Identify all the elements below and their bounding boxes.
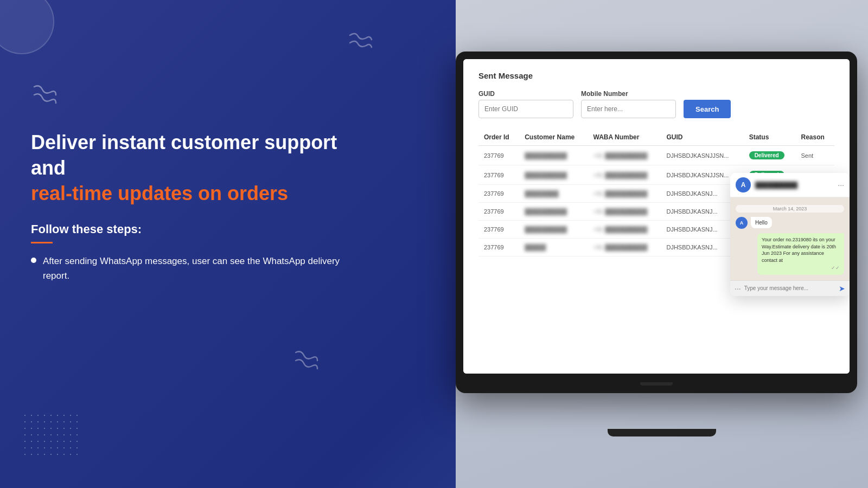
bullet-text: After sending WhatsApp messages, user ca… xyxy=(43,254,356,283)
cell-guid: DJHSBDJKASNJJSN... xyxy=(661,146,743,165)
chat-name: ██████████ xyxy=(755,182,797,188)
col-status: Status xyxy=(744,129,796,146)
underline-decoration xyxy=(31,242,53,243)
table-row: 237769 ██████████ +91 ██████████ DJHSBDJ… xyxy=(478,146,834,165)
cell-waba: +91 ██████████ xyxy=(588,185,661,203)
cell-waba: +91 ██████████ xyxy=(588,146,661,165)
cell-customer: ████████ xyxy=(519,185,588,203)
cell-waba: +91 ██████████ xyxy=(588,203,661,221)
chat-bubble-avatar: A xyxy=(736,217,748,229)
mobile-label: Mobile Number xyxy=(581,90,676,98)
guid-input[interactable] xyxy=(478,100,573,118)
cell-customer: ██████████ xyxy=(519,221,588,239)
cell-order-id: 237769 xyxy=(478,239,519,256)
cell-reason: Sent xyxy=(796,146,834,165)
laptop-screen: Sent Message GUID Mobile Number Search xyxy=(463,59,850,374)
table-header-row: Order Id Customer Name WABA Number GUID … xyxy=(478,129,834,146)
cell-order-id: 237769 xyxy=(478,203,519,221)
laptop-mockup: Sent Message GUID Mobile Number Search xyxy=(456,52,868,436)
cell-waba: +91 ██████████ xyxy=(588,221,661,239)
cell-order-id: 237769 xyxy=(478,221,519,239)
cell-customer: ██████████ xyxy=(519,165,588,185)
list-item: After sending WhatsApp messages, user ca… xyxy=(31,254,356,283)
panel-title: Sent Message xyxy=(478,71,834,80)
bullet-list: After sending WhatsApp messages, user ca… xyxy=(31,254,356,283)
guid-label: GUID xyxy=(478,90,573,98)
chat-popup: A ██████████ ··· March 14, 2023 A Hello … xyxy=(730,173,850,296)
col-guid: GUID xyxy=(661,129,743,146)
cell-customer: ██████████ xyxy=(519,146,588,165)
chat-tick: ✓✓ xyxy=(762,265,840,272)
chat-footer: ··· ➤ xyxy=(730,280,850,296)
cell-order-id: 237769 xyxy=(478,165,519,185)
dot-grid-decoration xyxy=(22,412,81,455)
cell-status: Delivered xyxy=(744,146,796,165)
mobile-filter-group: Mobile Number xyxy=(581,90,676,118)
chat-message-input[interactable] xyxy=(744,285,835,291)
laptop-bezel: Sent Message GUID Mobile Number Search xyxy=(456,52,857,393)
chat-bubble-message: Your order no.2319080 its on your Way.Es… xyxy=(757,233,844,275)
chat-options-icon[interactable]: ··· xyxy=(838,181,844,189)
cell-order-id: 237769 xyxy=(478,146,519,165)
chat-bubble-hello: Hello xyxy=(751,217,772,228)
chat-header: A ██████████ ··· xyxy=(730,173,850,197)
col-customer-name: Customer Name xyxy=(519,129,588,146)
headline-line2: real-time updates on orders xyxy=(31,182,288,204)
chat-footer-dots-icon: ··· xyxy=(735,284,741,293)
col-reason: Reason xyxy=(796,129,834,146)
chat-body: March 14, 2023 A Hello Your order no.231… xyxy=(730,197,850,280)
laptop-notch xyxy=(640,382,673,386)
send-icon[interactable]: ➤ xyxy=(839,284,845,293)
cell-customer: ██████████ xyxy=(519,203,588,221)
cell-customer: █████ xyxy=(519,239,588,256)
chat-date: March 14, 2023 xyxy=(736,205,844,213)
cell-waba: +91 ██████████ xyxy=(588,165,661,185)
search-button[interactable]: Search xyxy=(684,100,731,118)
guid-filter-group: GUID xyxy=(478,90,573,118)
mobile-input[interactable] xyxy=(581,100,676,118)
filter-row: GUID Mobile Number Search xyxy=(478,90,834,118)
left-content-area: Deliver instant customer support and rea… xyxy=(31,130,356,283)
cell-waba: +91 ██████████ xyxy=(588,239,661,256)
headline-line1: Deliver instant customer support and xyxy=(31,131,337,179)
col-waba-number: WABA Number xyxy=(588,129,661,146)
bullet-dot xyxy=(31,258,36,263)
chat-avatar: A xyxy=(736,177,751,192)
follow-steps-label: Follow these steps: xyxy=(31,222,356,236)
laptop-base xyxy=(608,429,716,436)
headline: Deliver instant customer support and rea… xyxy=(31,130,356,206)
cell-order-id: 237769 xyxy=(478,185,519,203)
col-order-id: Order Id xyxy=(478,129,519,146)
chat-bubble-right-wrapper: Your order no.2319080 its on your Way.Es… xyxy=(736,233,844,275)
chat-bubble-row-left: A Hello xyxy=(736,217,844,229)
app-content: Sent Message GUID Mobile Number Search xyxy=(463,59,850,374)
